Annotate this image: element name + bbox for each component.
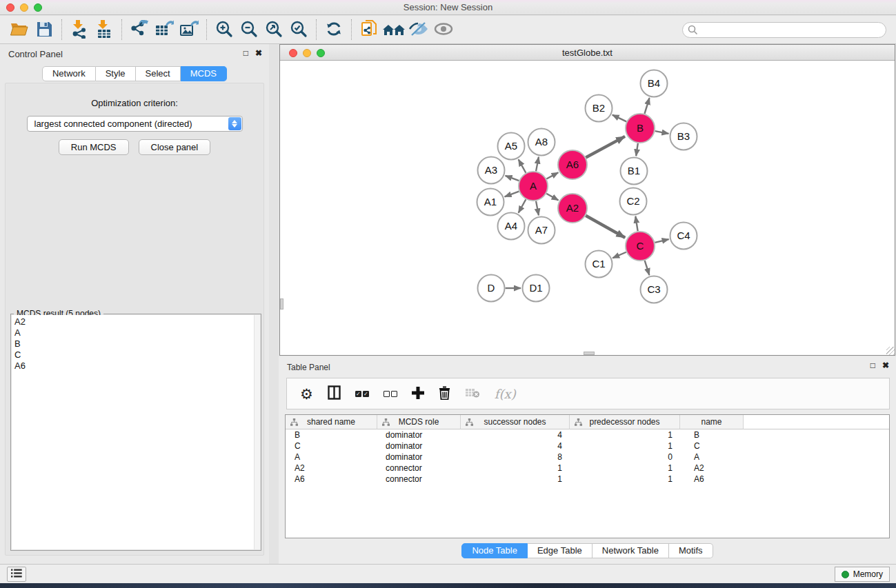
show-all-button[interactable]	[431, 18, 456, 41]
close-table-panel-icon[interactable]: ✖	[882, 361, 889, 370]
save-session-button[interactable]	[32, 18, 57, 41]
column-header-shared-name[interactable]: shared name	[286, 415, 377, 429]
table-tab-node-table[interactable]: Node Table	[461, 543, 528, 558]
node-table[interactable]: shared nameMCDS rolesuccessor nodesprede…	[285, 414, 890, 538]
edge-B-B1[interactable]	[636, 143, 638, 156]
mcds-list-scrollbar[interactable]	[254, 315, 260, 549]
column-header-successor-nodes[interactable]: successor nodes	[461, 415, 570, 429]
home-pair-button[interactable]	[381, 18, 406, 41]
import-network-icon	[70, 19, 88, 41]
edge-A6-B[interactable]	[586, 136, 625, 158]
edge-A-A1[interactable]	[505, 192, 519, 197]
table-row[interactable]: Adominator80A	[286, 452, 889, 463]
column-header-name[interactable]: name	[680, 415, 744, 429]
table-row[interactable]: A6connector11A6	[286, 474, 889, 485]
edge-C-C3[interactable]	[645, 261, 650, 275]
zoom-selected-button[interactable]	[286, 18, 311, 41]
export-network-button[interactable]	[127, 18, 152, 41]
refresh-button[interactable]	[321, 18, 346, 41]
zoom-out-button[interactable]	[237, 18, 261, 41]
float-panel-icon[interactable]: □	[243, 48, 248, 58]
memory-button[interactable]: Memory	[835, 567, 890, 582]
export-image-button[interactable]	[177, 18, 201, 41]
criterion-select[interactable]: largest connected component (directed)	[27, 116, 243, 132]
zoom-fit-button[interactable]	[261, 18, 286, 41]
edge-A-A8[interactable]	[536, 157, 539, 172]
mcds-result-item[interactable]: C	[12, 349, 254, 361]
edge-A-A4[interactable]	[519, 199, 526, 212]
edge-C-C1[interactable]	[613, 252, 626, 258]
edge-C-C2[interactable]	[635, 216, 637, 232]
add-column-button[interactable]	[412, 387, 424, 401]
import-network-button[interactable]	[67, 18, 92, 41]
mcds-result-item[interactable]: A2	[12, 316, 254, 327]
deselect-all-button[interactable]	[384, 391, 397, 397]
network-graph[interactable]: B4B2BB3A8A5A6A3B1AC2A1A2A4A7C4CC1DD1C3	[280, 61, 895, 356]
hide-selected-button[interactable]	[406, 18, 431, 41]
minimize-window-button[interactable]	[20, 3, 28, 12]
column-header-predecessor-nodes[interactable]: predecessor nodes	[570, 415, 680, 429]
node-label-C1: C1	[592, 258, 605, 270]
column-header-MCDS-role[interactable]: MCDS role	[377, 415, 461, 429]
close-window-button[interactable]	[6, 3, 14, 12]
open-file-button[interactable]	[7, 18, 32, 41]
network-window-titlebar[interactable]: testGlobe.txt	[280, 45, 895, 61]
edge-A2-C[interactable]	[586, 216, 625, 238]
column-visibility-button[interactable]	[328, 385, 341, 402]
network-close-button[interactable]	[289, 49, 297, 57]
edge-B-B3[interactable]	[655, 131, 669, 134]
toolbar-separator	[206, 19, 207, 40]
mcds-result-list[interactable]: A2ABCA6	[12, 315, 254, 549]
zoom-window-button[interactable]	[34, 3, 42, 12]
edge-A-A3[interactable]	[506, 176, 519, 181]
table-row[interactable]: Cdominator41C	[286, 440, 889, 452]
delete-row-button[interactable]	[439, 386, 450, 402]
window-resize-grip[interactable]	[886, 347, 895, 355]
edge-A-A6[interactable]	[546, 172, 558, 179]
close-panel-button[interactable]: Close panel	[139, 139, 211, 155]
table-tab-network-table[interactable]: Network Table	[593, 543, 669, 558]
run-mcds-button[interactable]: Run MCDS	[59, 139, 129, 155]
close-panel-icon[interactable]: ✖	[255, 48, 262, 58]
search-input[interactable]	[682, 22, 886, 38]
node-label-C3: C3	[647, 283, 660, 295]
clone-network-button[interactable]	[357, 18, 381, 41]
edge-B-B4[interactable]	[644, 98, 649, 114]
import-table-button[interactable]	[92, 18, 117, 41]
mcds-result-item[interactable]: A6	[12, 361, 254, 372]
mcds-result-item[interactable]: A	[12, 327, 254, 338]
table-tab-motifs[interactable]: Motifs	[669, 543, 713, 558]
edge-C-C4[interactable]	[655, 239, 668, 243]
table-row[interactable]: Bdominator41B	[286, 429, 889, 440]
edge-B-B2[interactable]	[613, 115, 626, 122]
bottom-scrollbar-handle[interactable]	[584, 352, 595, 355]
gear-icon: ⚙	[300, 387, 313, 401]
delete-table-icon	[465, 387, 480, 401]
tab-network[interactable]: Network	[42, 66, 96, 81]
edge-A-A5[interactable]	[519, 159, 526, 172]
select-all-button[interactable]: ✓✓	[355, 391, 369, 397]
table-body: Bdominator41BCdominator41CAdominator80AA…	[286, 429, 889, 485]
zoom-in-button[interactable]	[212, 18, 237, 41]
export-table-button[interactable]	[152, 18, 177, 41]
mcds-result-item[interactable]: B	[12, 338, 254, 349]
table-tab-edge-table[interactable]: Edge Table	[528, 543, 593, 558]
tab-style[interactable]: Style	[96, 66, 136, 81]
network-minimize-button[interactable]	[303, 49, 311, 57]
node-label-C2: C2	[626, 195, 639, 207]
edge-A-A2[interactable]	[546, 194, 558, 201]
edge-A-A7[interactable]	[536, 201, 539, 216]
network-zoom-button[interactable]	[317, 49, 325, 57]
tab-select[interactable]: Select	[136, 66, 181, 81]
show-panels-button[interactable]	[7, 567, 26, 582]
node-label-A8: A8	[535, 136, 548, 148]
table-row[interactable]: A2connector11A2	[286, 463, 889, 474]
table-settings-button[interactable]: ⚙	[300, 387, 313, 401]
control-panel-tabs: NetworkStyleSelectMCDS	[0, 66, 269, 81]
table-cell: 1	[570, 463, 680, 473]
left-scrollbar-handle[interactable]	[280, 298, 283, 310]
network-canvas[interactable]: B4B2BB3A8A5A6A3B1AC2A1A2A4A7C4CC1DD1C3	[280, 61, 895, 355]
float-table-panel-icon[interactable]: □	[870, 361, 875, 370]
tab-mcds[interactable]: MCDS	[181, 66, 227, 81]
panel-splitter[interactable]	[269, 44, 279, 564]
